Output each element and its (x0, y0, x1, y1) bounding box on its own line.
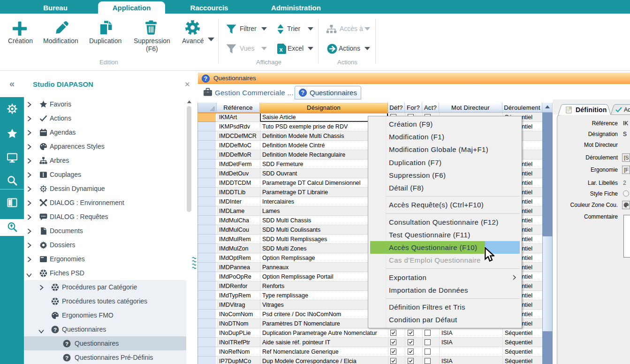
svg-text:?: ? (301, 90, 304, 96)
svg-text:?: ? (53, 326, 57, 333)
svg-text:?: ? (65, 355, 68, 361)
svg-text:?: ? (204, 76, 207, 82)
svg-text:?: ? (65, 341, 68, 347)
svg-text:x: x (279, 46, 283, 53)
